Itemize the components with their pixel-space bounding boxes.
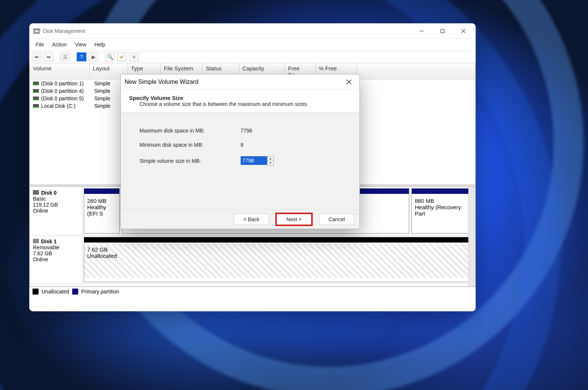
check-icon: ✔	[120, 54, 124, 60]
stepper-down-icon[interactable]: ▼	[267, 161, 273, 165]
volume-size-label: Simple volume size in MB:	[140, 158, 241, 164]
volume-icon	[33, 82, 39, 85]
back-button[interactable]: < Back	[234, 214, 269, 225]
legend-swatch-unallocated	[33, 289, 39, 295]
dialog-header: Specify Volume Size Choose a volume size…	[121, 89, 359, 113]
max-space-value: 7798	[241, 128, 252, 134]
search-icon: 🔍	[107, 54, 113, 60]
volume-size-stepper[interactable]: ▲ ▼	[267, 156, 274, 166]
disk0-partition-recovery[interactable]: 880 MB Healthy (Recovery Part	[411, 188, 474, 234]
back-arrow-icon: ⬅	[34, 54, 39, 60]
disk-0-label[interactable]: Disk 0 Basic 119.12 GB Online	[30, 187, 82, 235]
search-button[interactable]: 🔍	[105, 52, 115, 61]
legend-primary: Primary partition	[81, 289, 119, 295]
show-list-button[interactable]: ☰	[60, 52, 70, 61]
disk-row-1: Disk 1 Removable 7.62 GB Online 7.62 GB …	[30, 235, 475, 284]
svg-rect-1	[441, 29, 444, 33]
partition-status: Unallocated	[87, 253, 470, 259]
back-button[interactable]: ⬅	[32, 52, 42, 61]
partition-status: Healthy (EFI S	[87, 204, 116, 217]
toolbar: ⬅ ➡ ☰ ? ▶ 🔍 ✔ ≡	[30, 51, 475, 63]
disk-0-size: 119.12 GB	[33, 202, 79, 208]
list-icon: ☰	[63, 54, 68, 60]
disk-0-title: Disk 0	[41, 190, 56, 196]
maximize-icon	[440, 29, 445, 33]
max-space-label: Maximum disk space in MB:	[140, 128, 241, 134]
menu-action[interactable]: Action	[49, 40, 71, 49]
disk-1-title: Disk 1	[41, 238, 56, 244]
cancel-button[interactable]: Cancel	[319, 214, 354, 225]
volume-name: (Disk 0 partition 1)	[41, 80, 84, 86]
dialog-subheading: Choose a volume size that is between the…	[129, 101, 351, 107]
properties-icon: ≡	[132, 54, 135, 60]
menu-view[interactable]: View	[71, 40, 90, 49]
legend-swatch-primary	[72, 289, 78, 295]
dialog-close-button[interactable]	[342, 75, 356, 89]
properties-button[interactable]: ≡	[129, 52, 139, 61]
disk-1-kind: Removable	[33, 244, 79, 250]
minimize-button[interactable]	[411, 24, 432, 39]
disk-icon	[33, 190, 39, 195]
volume-name: (Disk 0 partition 4)	[41, 88, 84, 94]
menu-help[interactable]: Help	[91, 40, 109, 49]
disk-1-size: 7.62 GB	[33, 250, 79, 256]
volume-name: (Disk 0 partition 5)	[41, 95, 84, 101]
stepper-up-icon[interactable]: ▲	[267, 156, 273, 161]
min-space-value: 8	[241, 142, 244, 148]
close-icon	[346, 79, 352, 85]
partition-size: 260 MB	[87, 198, 116, 204]
new-simple-volume-wizard-dialog: New Simple Volume Wizard Specify Volume …	[120, 74, 360, 229]
disk-0-state: Online	[33, 208, 79, 214]
volume-icon	[33, 104, 39, 108]
maximize-button[interactable]	[432, 24, 453, 39]
dialog-titlebar: New Simple Volume Wizard	[121, 74, 359, 89]
forward-button[interactable]: ➡	[44, 52, 53, 61]
disk0-partition-efi[interactable]: 260 MB Healthy (EFI S	[84, 188, 120, 234]
action-button[interactable]: ▶	[89, 52, 98, 61]
next-button[interactable]: Next >	[276, 214, 312, 225]
disk-1-label[interactable]: Disk 1 Removable 7.62 GB Online	[30, 235, 82, 284]
menubar: File Action View Help	[30, 39, 475, 51]
legend: Unallocated Primary partition	[30, 287, 475, 296]
volume-size-input[interactable]	[241, 156, 267, 165]
titlebar: Disk Management	[30, 24, 475, 39]
dialog-button-row: < Back Next > Cancel	[121, 210, 359, 229]
disk-icon	[33, 239, 39, 243]
volume-icon	[33, 89, 39, 93]
run-icon: ▶	[92, 54, 96, 60]
partition-status: Healthy (Recovery Part	[415, 204, 470, 217]
close-icon	[461, 29, 466, 33]
minimize-icon	[419, 29, 424, 33]
partition-size: 880 MB	[415, 198, 470, 204]
min-space-label: Minimum disk space in MB:	[140, 142, 241, 148]
help-button[interactable]: ?	[77, 52, 86, 61]
check-button[interactable]: ✔	[117, 52, 127, 61]
dialog-title: New Simple Volume Wizard	[125, 79, 198, 85]
app-icon	[33, 28, 40, 34]
disk-0-kind: Basic	[33, 196, 79, 202]
dialog-heading: Specify Volume Size	[129, 95, 351, 101]
forward-arrow-icon: ➡	[46, 54, 51, 60]
volume-name: Local Disk (C:)	[41, 103, 76, 109]
volume-icon	[33, 97, 39, 100]
disk-1-state: Online	[33, 256, 79, 262]
col-volume[interactable]: Volume	[30, 63, 90, 80]
help-icon: ?	[80, 54, 83, 60]
legend-unallocated: Unallocated	[42, 289, 69, 295]
vertical-scrollbar[interactable]	[468, 187, 475, 286]
partition-size: 7.62 GB	[87, 246, 470, 253]
close-button[interactable]	[453, 24, 474, 39]
menu-file[interactable]: File	[32, 40, 48, 49]
window-title: Disk Management	[43, 28, 85, 34]
disk1-unallocated[interactable]: 7.62 GB Unallocated	[84, 237, 474, 282]
